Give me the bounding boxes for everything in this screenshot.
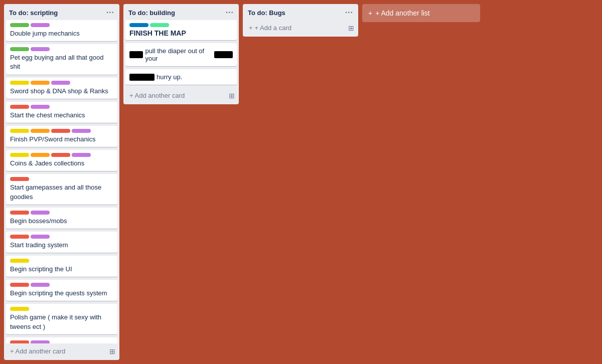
label-purple — [31, 235, 50, 239]
label-purple — [31, 105, 50, 109]
card-labels-s6 — [10, 153, 113, 157]
label-yellow — [10, 307, 29, 311]
label-red — [10, 235, 29, 239]
card-s12[interactable]: Polish game ( make it sexy with tweens e… — [6, 304, 117, 334]
add-card-button-building[interactable]: + Add another card — [127, 90, 229, 101]
list-bugs: To do: Bugs ··· + + Add a card ⊞ — [243, 4, 358, 37]
card-labels-s2 — [10, 47, 113, 51]
plus-icon-add-list: + — [368, 9, 372, 17]
card-s3[interactable]: Sword shop & DNA shop & Ranks — [6, 78, 117, 99]
label-green — [10, 23, 29, 27]
list-header-bugs: To do: Bugs ··· — [243, 4, 358, 20]
template-icon-bugs[interactable]: ⊞ — [348, 24, 354, 32]
card-labels-finish-map — [129, 23, 233, 27]
list-cards-building: FINISH THE MAP pull the diaper out of yo… — [123, 20, 239, 88]
card-censored-1[interactable]: pull the diaper out of your — [125, 43, 237, 66]
list-menu-icon-bugs[interactable]: ··· — [345, 8, 353, 17]
label-red — [51, 129, 70, 133]
list-menu-icon-building[interactable]: ··· — [226, 8, 234, 17]
card-s13[interactable]: Finish Island teleporting — [6, 337, 117, 343]
template-icon-scripting[interactable]: ⊞ — [109, 347, 115, 355]
add-card-footer-building: + Add another card ⊞ — [127, 90, 235, 101]
card-labels-s8 — [10, 211, 113, 215]
label-yellow — [10, 259, 29, 263]
card-labels-s5 — [10, 129, 113, 133]
label-purple — [31, 211, 50, 215]
label-red — [51, 153, 70, 157]
card-title-s7: Start gamepasses and all those goodies — [10, 183, 113, 201]
card-title-s5: Finish PVP/Sword mechanics — [10, 135, 113, 144]
card-s4[interactable]: Start the chest mechanics — [6, 102, 117, 123]
card-labels-s7 — [10, 177, 113, 181]
card-labels-s10 — [10, 259, 113, 263]
label-red — [10, 177, 29, 181]
label-yellow — [10, 81, 29, 85]
list-footer-bugs: + + Add a card ⊞ — [243, 20, 358, 37]
list-header-scripting: To do: scripting ··· — [4, 4, 119, 20]
list-building: To do: building ··· FINISH THE MAP pull … — [123, 4, 239, 104]
add-card-label-bugs: + Add a card — [255, 24, 291, 32]
redacted-block-1b — [214, 51, 233, 58]
label-yellow — [10, 153, 29, 157]
card-s8[interactable]: Begin bosses/mobs — [6, 208, 117, 229]
list-footer-building: + Add another card ⊞ — [123, 88, 239, 104]
list-footer-scripting: + Add another card ⊞ — [4, 343, 119, 360]
label-purple — [31, 23, 50, 27]
card-labels-s4 — [10, 105, 113, 109]
redacted-block-1a — [129, 51, 143, 58]
card-s6[interactable]: Coins & Jades collections — [6, 150, 117, 171]
card-labels-s12 — [10, 307, 113, 311]
add-list-label: + Add another list — [375, 9, 430, 17]
card-title-s10: Begin scripting the UI — [10, 265, 113, 274]
card-censored-2[interactable]: hurry up. — [125, 69, 237, 85]
list-header-building: To do: building ··· — [123, 4, 239, 20]
censored-text-1: pull the diaper out of your — [145, 47, 212, 62]
plus-icon-bugs: + — [249, 24, 253, 32]
card-title-s12: Polish game ( make it sexy with tweens e… — [10, 313, 113, 331]
label-yellow — [10, 129, 29, 133]
label-red — [10, 283, 29, 287]
template-icon-building[interactable]: ⊞ — [229, 92, 235, 100]
board: To do: scripting ··· Double jump mechani… — [0, 0, 602, 364]
card-title-s8: Begin bosses/mobs — [10, 217, 113, 226]
label-purple — [51, 81, 70, 85]
label-orange — [31, 129, 50, 133]
card-title-s4: Start the chest mechanics — [10, 111, 113, 120]
list-title-scripting: To do: scripting — [9, 9, 58, 17]
add-card-button-scripting[interactable]: + Add another card — [8, 345, 109, 357]
card-s1[interactable]: Double jump mechanics — [6, 20, 117, 41]
card-finish-map[interactable]: FINISH THE MAP — [125, 20, 237, 40]
list-title-building: To do: building — [128, 9, 175, 17]
card-s10[interactable]: Begin scripting the UI — [6, 256, 117, 277]
card-title-s3: Sword shop & DNA shop & Ranks — [10, 87, 113, 96]
label-purple — [31, 283, 50, 287]
card-title-s11: Begin scripting the quests system — [10, 289, 113, 298]
list-cards-scripting: Double jump mechanics Pet egg buying and… — [4, 20, 119, 343]
label-orange — [31, 153, 50, 157]
label-lime — [150, 23, 169, 27]
list-menu-icon-scripting[interactable]: ··· — [106, 8, 114, 17]
label-green — [10, 47, 29, 51]
list-title-bugs: To do: Bugs — [248, 9, 285, 17]
add-list-button[interactable]: + + Add another list — [362, 4, 480, 22]
censored-text-2: hurry up. — [157, 73, 182, 81]
card-s5[interactable]: Finish PVP/Sword mechanics — [6, 126, 117, 147]
add-card-button-bugs[interactable]: + + Add a card — [247, 22, 348, 34]
label-purple — [72, 153, 91, 157]
add-card-footer-scripting: + Add another card ⊞ — [8, 345, 115, 357]
card-title-s9: Start trading system — [10, 241, 113, 250]
card-s9[interactable]: Start trading system — [6, 232, 117, 253]
card-s7[interactable]: Start gamepasses and all those goodies — [6, 174, 117, 204]
card-title-finish-map: FINISH THE MAP — [129, 29, 233, 37]
card-labels-s9 — [10, 235, 113, 239]
card-title-s1: Double jump mechanics — [10, 29, 113, 38]
label-red — [10, 211, 29, 215]
card-s2[interactable]: Pet egg buying and all that good shit — [6, 44, 117, 74]
card-labels-s1 — [10, 23, 113, 27]
list-scripting: To do: scripting ··· Double jump mechani… — [4, 4, 119, 360]
card-s11[interactable]: Begin scripting the quests system — [6, 280, 117, 301]
card-labels-s11 — [10, 283, 113, 287]
label-red — [10, 105, 29, 109]
label-orange — [31, 81, 50, 85]
label-purple — [31, 47, 50, 51]
